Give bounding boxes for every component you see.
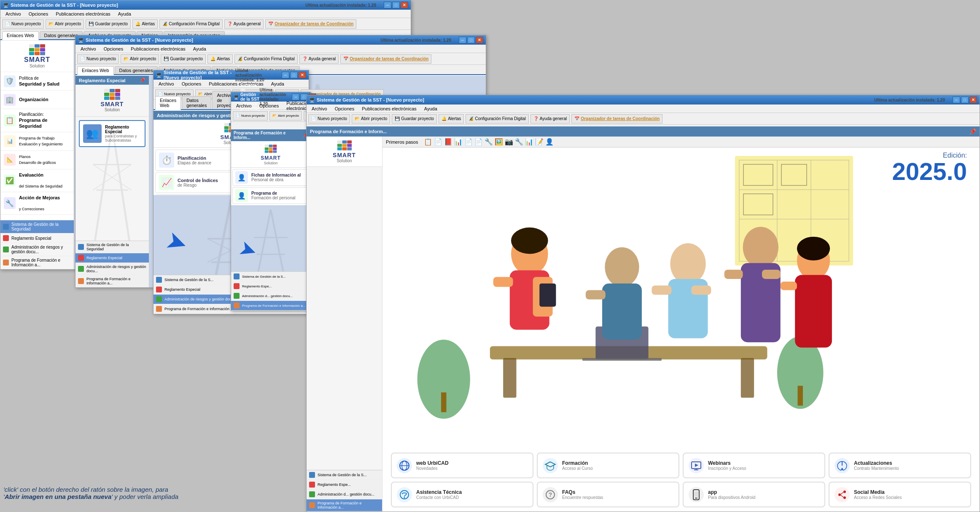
tab-enlaces-1[interactable]: Enlaces Web [2,31,39,40]
minimize-btn-3[interactable]: ─ [282,72,289,78]
minimize-btn-2[interactable]: ─ [459,37,466,43]
btn-new-1[interactable]: 📄 Nuevo proyecto [2,19,44,29]
btn-config-2[interactable]: 🔏 Configuración Firma Digital [234,54,298,64]
maximize-btn-2[interactable]: □ [467,37,475,43]
btn-help-5[interactable]: ❓ Ayuda general [530,114,570,123]
btn-alerts-5[interactable]: 🔔 Alertas [439,114,464,123]
menu-publicaciones-1[interactable]: Publicaciones electrónicas [52,11,114,17]
close-btn-1[interactable]: ✕ [401,2,408,8]
win5-sbi-reglamento[interactable]: Reglamento Espe... [307,480,382,490]
sidebar-item-programa[interactable]: 📊 Programa de Trabajo Evaluación y Segui… [0,132,74,151]
win5-sbi-programa[interactable]: Programa de Formación e Información a... [307,499,382,512]
sbi-sistema[interactable]: Sistema de Gestión de la Seguridad [0,220,74,233]
btn-new-5[interactable]: 📄 Nuevo proyecto [308,114,350,123]
menu-opciones-2[interactable]: Opciones [100,46,127,52]
win4-nav-programa-form[interactable]: 👤 Programa de Formación del personal [232,187,309,204]
window-5[interactable]: 🖥️ Sistema de Gestión de la SST - [Nuevo… [306,95,980,512]
minimize-btn-5[interactable]: ─ [953,97,960,103]
win2-pin-icon[interactable]: 📌 [140,78,145,83]
menu-ayuda-1[interactable]: Ayuda [115,11,135,17]
tab-datos-3[interactable]: Datos generales [182,96,211,109]
sidebar-item-organizacion[interactable]: 🏢 Organización [0,91,74,109]
sbi-reglamento[interactable]: Reglamento Especial [0,233,74,243]
ptoolbar-btn-5[interactable]: 📄 [464,138,473,146]
btn-alerts-1[interactable]: 🔔 Alertas [132,19,158,29]
btn-open-5[interactable]: 📂 Abrir proyecto [352,114,390,123]
grid-btn-faqs[interactable]: ? FAQs Encuentre respuestas [537,482,679,507]
win5-sbi-admin[interactable]: Administración d... gestión docu... [307,490,382,499]
win2-sbi-admin[interactable]: Administración de riesgos y gestión docu… [75,263,149,275]
sidebar-item-seguridad[interactable]: 🛡️ Política de Seguridad y Salud [0,72,74,91]
tab-datos-2[interactable]: Datos generales [115,66,158,74]
close-btn-3[interactable]: ✕ [299,72,306,78]
btn-alerts-2[interactable]: 🔔 Alertas [207,54,233,64]
win5-pin-icon[interactable]: 📌 [969,128,976,135]
menu-archivo-1[interactable]: Archivo [2,11,24,17]
ptoolbar-btn-4[interactable]: 📊 [454,138,463,146]
win4-sbi-reglamento[interactable]: Reglamento Espe... [231,281,310,291]
maximize-btn-1[interactable]: □ [392,2,400,8]
ptoolbar-btn-7[interactable]: 🔧 [485,138,493,146]
win4-sbi-programa[interactable]: Programa de Formación e Información a... [231,301,310,311]
btn-help-2[interactable]: ❓ Ayuda general [299,54,339,64]
sidebar-item-planos[interactable]: 📐 Planos Desarrollo de gráficos [0,151,74,169]
btn-save-5[interactable]: 💾 Guardar proyecto [392,114,437,123]
ptoolbar-btn-3[interactable]: 📕 [444,138,452,146]
grid-btn-actualizaciones[interactable]: Actualizaciones Contrato Mantenimiento [829,453,971,478]
btn-new-2[interactable]: 📄 Nuevo proyecto [77,54,119,64]
tab-enlaces-2[interactable]: Enlaces Web [77,66,114,75]
ptoolbar-btn-12[interactable]: 📝 [535,138,544,146]
btn-save-1[interactable]: 💾 Guardar proyecto [86,19,131,29]
menu-archivo-3[interactable]: Archivo [155,80,178,87]
ptoolbar-btn-11[interactable]: 📊 [525,138,533,146]
btn-save-2[interactable]: 💾 Guardar proyecto [161,54,206,64]
menu-ayuda-3[interactable]: Ayuda [268,80,288,87]
btn-help-1[interactable]: ❓ Ayuda general [224,19,264,29]
ptoolbar-btn-9[interactable]: 📷 [505,138,513,146]
win4-sbi-admin[interactable]: Administración d... gestión docu... [231,291,310,301]
menu-ayuda-2[interactable]: Ayuda [190,46,210,52]
maximize-btn-3[interactable]: □ [290,72,298,78]
win2-sbi-programa[interactable]: Programa de Formación e Información a... [75,275,149,287]
ptoolbar-btn-13[interactable]: 👤 [545,138,554,146]
maximize-btn-5[interactable]: □ [961,97,969,103]
btn-organizer-5[interactable]: 📅 Organizador de tareas de Coordinación [571,114,662,123]
btn-open-1[interactable]: 📂 Abrir proyecto [46,19,84,29]
minimize-btn-1[interactable]: ─ [384,2,391,8]
sbi-programa-form[interactable]: Programa de Formación e Información a... [0,256,74,269]
sidebar-item-evaluacion[interactable]: ✅ Evaluación del Sistema de Seguridad [0,169,74,192]
btn-open-4[interactable]: 📂 Abrir proyecto [269,111,302,121]
ptoolbar-btn-10[interactable]: 🔧 [515,138,523,146]
btn-open-2[interactable]: 📂 Abrir proyecto [121,54,159,64]
ptoolbar-btn-6[interactable]: 📄 [474,138,483,146]
grid-btn-formacion[interactable]: Formación Acceso al Curso [537,453,679,478]
btn-config-1[interactable]: 🔏 Configuración Firma Digital [159,19,223,29]
win4-nav-fichas[interactable]: 👤 Fichas de Información al Personal de o… [232,169,309,186]
ptoolbar-btn-8[interactable]: 🖼️ [495,138,503,146]
sidebar-item-accion[interactable]: 🔧 Acción de Mejoras y Correcciones [0,192,74,215]
grid-btn-social[interactable]: Social Media Acceso a Redes Sociales [829,482,971,507]
menu-publicaciones-2[interactable]: Publicaciones electrónicas [127,46,189,52]
menu-opciones-3[interactable]: Opciones [178,80,205,87]
sidebar-item-planificacion[interactable]: 📋 Planificación: Programa de Seguridad [0,109,74,132]
tab-enlaces-3[interactable]: Enlaces Web [155,96,181,110]
grid-btn-asistencia[interactable]: Asistencia Técnica Contacte con UrbiCAD [391,482,533,507]
ptoolbar-btn-2[interactable]: 📄 [434,138,442,146]
btn-organizer-1[interactable]: 📅 Organizador de tareas de Coordinación [265,19,356,29]
btn-config-5[interactable]: 🔏 Configuración Firma Digital [466,114,529,123]
grid-btn-webinars[interactable]: Webinars Inscripción y Acceso [683,453,825,478]
win2-sbi-sistema[interactable]: Sistema de Gestión de la Seguridad [75,241,149,253]
close-btn-2[interactable]: ✕ [476,37,483,43]
menu-archivo-2[interactable]: Archivo [77,46,100,52]
win4-sbi-sistema[interactable]: Sistema de Gestión de la S... [231,272,310,281]
win2-sbi-reglamento[interactable]: Reglamento Especial [75,253,149,263]
window-4[interactable]: 🖥️ Sistema de Gestión de la SST - [Nuevo… [231,92,311,311]
btn-new-4[interactable]: 📄 Nuevo proyecto [233,111,268,121]
grid-btn-web[interactable]: web UrbiCAD Novedades [391,453,533,478]
btn-organizer-2[interactable]: 📅 Organizador de tareas de Coordinación [340,54,431,64]
grid-btn-app[interactable]: app Para dispositivos Android [683,482,825,507]
win5-sbi-sistema[interactable]: Sistema de Gestión de la S... [307,470,382,480]
sbi-admin[interactable]: Administración de riesgos y gestión docu… [0,243,74,256]
close-btn-5[interactable]: ✕ [969,97,977,103]
ptoolbar-btn-1[interactable]: 📋 [424,138,432,146]
